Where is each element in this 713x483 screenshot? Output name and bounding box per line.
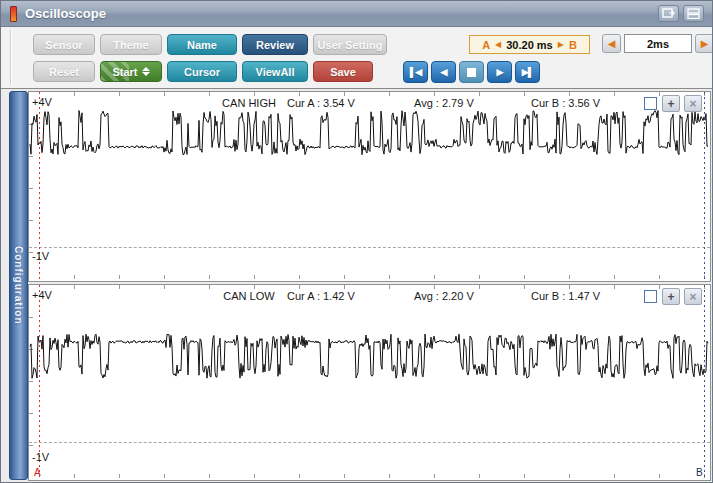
scale-bottom-label: -1V bbox=[32, 451, 49, 463]
sensor-button[interactable]: Sensor bbox=[33, 34, 95, 55]
toolbar-row-2: Reset Start Cursor ViewAll Save bbox=[33, 61, 373, 82]
can-high-waveform bbox=[29, 92, 710, 281]
timebase-value[interactable]: 2ms bbox=[624, 34, 692, 53]
skip-to-end-button[interactable]: ▶▌ bbox=[515, 61, 540, 83]
cursor-a-arrow-icon[interactable]: ◀ bbox=[495, 40, 501, 49]
average-measurement: Avg : 2.20 V bbox=[414, 290, 474, 302]
name-button[interactable]: Name bbox=[167, 34, 237, 55]
scope-panels: +4V CAN HIGH Cur A : 3.54 V Avg : 2.79 V… bbox=[28, 91, 711, 481]
cursor-b-measurement: Cur B : 3.56 V bbox=[531, 97, 600, 109]
save-button[interactable]: Save bbox=[313, 61, 373, 82]
window-title: Oscilloscope bbox=[25, 6, 106, 21]
cursor-a-measurement: Cur A : 1.42 V bbox=[287, 290, 355, 302]
export-window-glyph bbox=[662, 8, 675, 19]
toolbar-separator bbox=[10, 30, 11, 85]
toolbar: Sensor Theme Name Review User Setting Re… bbox=[1, 27, 712, 89]
review-button[interactable]: Review bbox=[242, 34, 308, 55]
start-updown-icon bbox=[142, 67, 150, 76]
timebase-decrease-button[interactable]: ◀ bbox=[602, 34, 621, 53]
reset-button[interactable]: Reset bbox=[33, 61, 95, 82]
cursor-a-label: A bbox=[482, 39, 490, 51]
cursor-a-tag: A bbox=[34, 467, 41, 478]
panel-zoom-icon[interactable]: + bbox=[662, 288, 680, 305]
average-measurement: Avg : 2.79 V bbox=[414, 97, 474, 109]
stop-icon bbox=[467, 68, 476, 77]
scale-bottom-label: -1V bbox=[32, 250, 49, 262]
title-bar: Oscilloscope bbox=[1, 1, 712, 27]
cursor-b-label: B bbox=[569, 39, 577, 51]
configuration-tab[interactable]: Configuration bbox=[9, 91, 28, 480]
timebase-control: ◀ 2ms ▶ bbox=[602, 34, 713, 53]
timebase-increase-button[interactable]: ▶ bbox=[695, 34, 713, 53]
layout-list-icon[interactable] bbox=[683, 5, 704, 22]
ab-time-value: 30.20 ms bbox=[506, 39, 552, 51]
can-low-waveform bbox=[29, 285, 710, 480]
panel-close-icon[interactable]: × bbox=[684, 95, 702, 112]
cursor-b-arrow-icon[interactable]: ▶ bbox=[558, 40, 564, 49]
skip-to-start-button[interactable]: ▌◀ bbox=[403, 61, 428, 83]
panel-can-high: +4V CAN HIGH Cur A : 3.54 V Avg : 2.79 V… bbox=[28, 91, 711, 282]
layout-list-glyph bbox=[687, 8, 700, 19]
play-button[interactable]: ▶ bbox=[487, 61, 512, 83]
stop-button[interactable] bbox=[459, 61, 484, 83]
playback-transport: ▌◀ ◀ ▶ ▶▌ bbox=[403, 61, 540, 83]
cursor-b-line[interactable] bbox=[704, 285, 705, 480]
cursor-b-tag: B bbox=[696, 467, 703, 478]
configuration-tab-label: Configuration bbox=[13, 246, 24, 325]
panel-close-icon[interactable]: × bbox=[684, 288, 702, 305]
user-setting-button[interactable]: User Setting bbox=[313, 34, 387, 55]
cursor-b-measurement: Cur B : 1.47 V bbox=[531, 290, 600, 302]
scale-top-label: +4V bbox=[32, 289, 52, 301]
viewall-button[interactable]: ViewAll bbox=[242, 61, 308, 82]
start-button[interactable]: Start bbox=[100, 61, 162, 82]
export-window-icon[interactable] bbox=[658, 5, 679, 22]
theme-button[interactable]: Theme bbox=[100, 34, 162, 55]
channel-select-checkbox[interactable] bbox=[644, 97, 657, 110]
toolbar-row-1: Sensor Theme Name Review User Setting bbox=[33, 34, 387, 55]
app-icon bbox=[10, 6, 17, 22]
step-back-button[interactable]: ◀ bbox=[431, 61, 456, 83]
panel-can-low: +4V CAN LOW Cur A : 1.42 V Avg : 2.20 V … bbox=[28, 284, 711, 481]
cursor-b-line[interactable] bbox=[704, 92, 705, 281]
scale-top-label: +4V bbox=[32, 96, 52, 108]
panel-zoom-icon[interactable]: + bbox=[662, 95, 680, 112]
channel-select-checkbox[interactable] bbox=[644, 290, 657, 303]
cursor-a-measurement: Cur A : 3.54 V bbox=[287, 97, 355, 109]
scope-main-area: Configuration +4V CAN HIGH Cur A : 3.54 … bbox=[1, 89, 712, 483]
cursor-button[interactable]: Cursor bbox=[167, 61, 237, 82]
oscilloscope-window: Oscilloscope Sensor Theme Name Review Us… bbox=[0, 0, 713, 483]
ab-time-readout: A ◀ 30.20 ms ▶ B bbox=[469, 35, 590, 54]
